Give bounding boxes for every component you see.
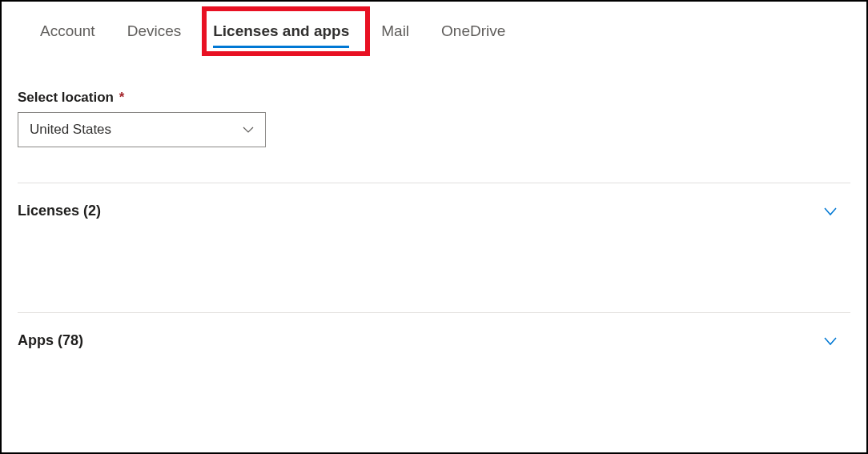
- tab-devices[interactable]: Devices: [111, 16, 198, 51]
- location-dropdown[interactable]: United States: [18, 112, 266, 147]
- tab-onedrive[interactable]: OneDrive: [425, 16, 521, 51]
- chevron-down-icon: [823, 334, 838, 348]
- apps-section[interactable]: Apps (78): [18, 313, 850, 368]
- required-marker: *: [119, 90, 125, 105]
- location-label: Select location *: [18, 90, 850, 106]
- licenses-title: Licenses (2): [18, 203, 101, 219]
- content-area: Select location * United States Licenses…: [2, 51, 866, 368]
- chevron-down-icon: [243, 124, 254, 135]
- chevron-down-icon: [823, 204, 838, 219]
- location-label-text: Select location: [18, 90, 114, 105]
- licenses-section[interactable]: Licenses (2): [18, 183, 850, 239]
- tab-list: Account Devices Licenses and apps Mail O…: [2, 2, 866, 51]
- tab-account[interactable]: Account: [24, 16, 111, 51]
- tab-mail[interactable]: Mail: [365, 16, 425, 51]
- tab-licenses-and-apps[interactable]: Licenses and apps: [197, 16, 365, 51]
- spacer: [18, 239, 850, 277]
- location-value: United States: [30, 122, 111, 138]
- panel-frame: Account Devices Licenses and apps Mail O…: [0, 0, 868, 454]
- apps-title: Apps (78): [18, 332, 83, 349]
